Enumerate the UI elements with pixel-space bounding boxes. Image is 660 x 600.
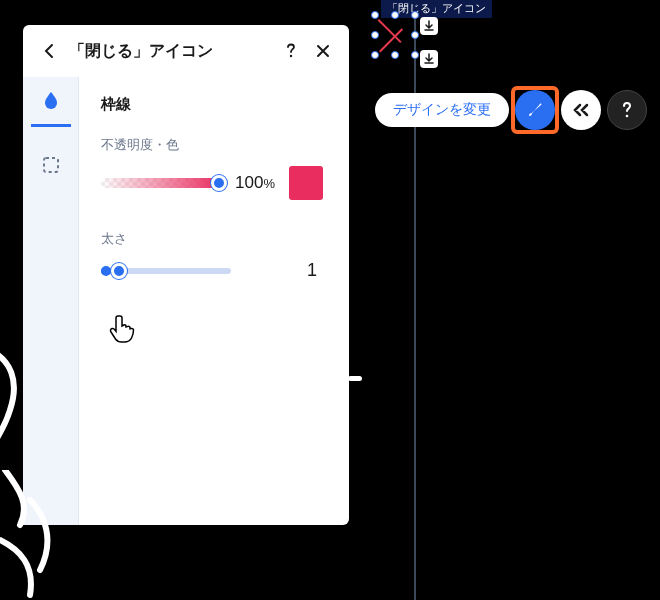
chevrons-left-icon — [572, 103, 590, 117]
rail-tab-fill[interactable] — [31, 83, 71, 127]
style-button[interactable] — [515, 90, 555, 130]
properties-panel: 「閉じる」アイコン 枠線 不透明度・色 100% — [23, 25, 349, 525]
help-button[interactable] — [607, 90, 647, 130]
resize-handle[interactable] — [391, 51, 399, 59]
resize-handle[interactable] — [411, 11, 419, 19]
resize-handle[interactable] — [391, 11, 399, 19]
download-icon — [423, 53, 435, 65]
question-icon — [286, 43, 296, 59]
thickness-slider[interactable] — [101, 268, 231, 274]
chevron-left-icon — [44, 43, 54, 59]
thickness-slider-thumb[interactable] — [111, 263, 127, 279]
svg-rect-2 — [44, 158, 58, 172]
download-icon — [423, 20, 435, 32]
rail-tab-bounds[interactable] — [31, 145, 71, 185]
download-button[interactable] — [420, 17, 438, 35]
panel-title: 「閉じる」アイコン — [69, 41, 271, 62]
resize-handle[interactable] — [411, 51, 419, 59]
resize-handle[interactable] — [371, 51, 379, 59]
opacity-label: 不透明度・色 — [101, 136, 327, 154]
download-button[interactable] — [420, 50, 438, 68]
resize-handle[interactable] — [411, 31, 419, 39]
back-button[interactable] — [37, 39, 61, 63]
resize-handle[interactable] — [371, 31, 379, 39]
canvas-close-icon-object[interactable] — [375, 15, 415, 55]
panel-content: 枠線 不透明度・色 100% 太さ 1 — [79, 77, 349, 525]
question-icon — [621, 101, 633, 119]
panel-header: 「閉じる」アイコン — [23, 25, 349, 77]
decorative-stroke — [0, 470, 65, 600]
floating-toolbar: デザインを変更 — [375, 90, 647, 130]
section-title: 枠線 — [101, 95, 327, 114]
opacity-slider[interactable] — [101, 178, 221, 188]
close-button[interactable] — [311, 39, 335, 63]
svg-point-0 — [626, 115, 629, 118]
panel-help-button[interactable] — [279, 39, 303, 63]
resize-handle[interactable] — [371, 11, 379, 19]
decorative-stroke — [348, 376, 362, 381]
drop-icon — [42, 90, 60, 112]
decorative-stroke — [0, 340, 50, 460]
thickness-value: 1 — [271, 260, 327, 281]
more-button[interactable] — [561, 90, 601, 130]
opacity-value: 100 — [235, 173, 263, 192]
thickness-label: 太さ — [101, 230, 327, 248]
color-swatch[interactable] — [289, 166, 323, 200]
design-change-button[interactable]: デザインを変更 — [375, 93, 509, 127]
brush-icon — [525, 100, 545, 120]
bounding-box-icon — [41, 155, 61, 175]
svg-point-1 — [290, 55, 292, 57]
close-icon — [316, 44, 330, 58]
opacity-unit: % — [263, 176, 275, 191]
opacity-slider-thumb[interactable] — [211, 175, 227, 191]
